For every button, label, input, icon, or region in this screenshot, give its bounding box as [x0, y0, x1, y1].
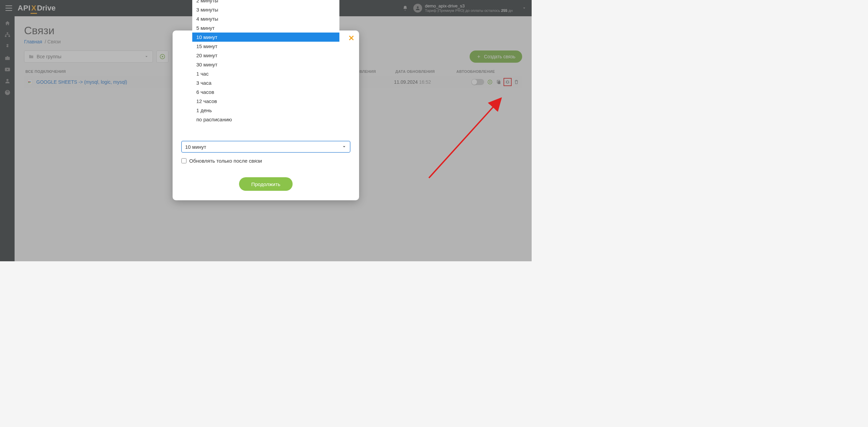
interval-option[interactable]: 30 минут	[192, 60, 339, 69]
interval-option[interactable]: 10 минут	[192, 33, 339, 42]
interval-option[interactable]: 3 минуты	[192, 5, 339, 14]
interval-option[interactable]: 6 часов	[192, 87, 339, 97]
interval-option[interactable]: 1 день	[192, 106, 339, 115]
interval-dropdown-list: 2 минуты3 минуты4 минуты5 минут10 минут1…	[192, 0, 339, 124]
interval-option[interactable]: 5 минут	[192, 23, 339, 33]
interval-option[interactable]: по расписанию	[192, 115, 339, 124]
chevron-down-icon	[342, 144, 347, 149]
interval-option[interactable]: 1 час	[192, 69, 339, 78]
interval-option[interactable]: 3 часа	[192, 78, 339, 87]
update-after-connection-checkbox[interactable]: Обновлять только после связи	[181, 158, 350, 164]
interval-option[interactable]: 4 минуты	[192, 14, 339, 23]
interval-select[interactable]: 10 минут	[181, 141, 350, 152]
checkbox-input[interactable]	[181, 158, 186, 163]
interval-option[interactable]: 15 минут	[192, 42, 339, 51]
interval-option[interactable]: 20 минут	[192, 51, 339, 60]
interval-option[interactable]: 2 минуты	[192, 0, 339, 5]
interval-option[interactable]: 12 часов	[192, 97, 339, 106]
close-icon[interactable]: ✕	[348, 34, 354, 43]
continue-button[interactable]: Продолжить	[239, 177, 293, 191]
interval-modal: ✕ 2 минуты3 минуты4 минуты5 минут10 мину…	[173, 30, 359, 200]
